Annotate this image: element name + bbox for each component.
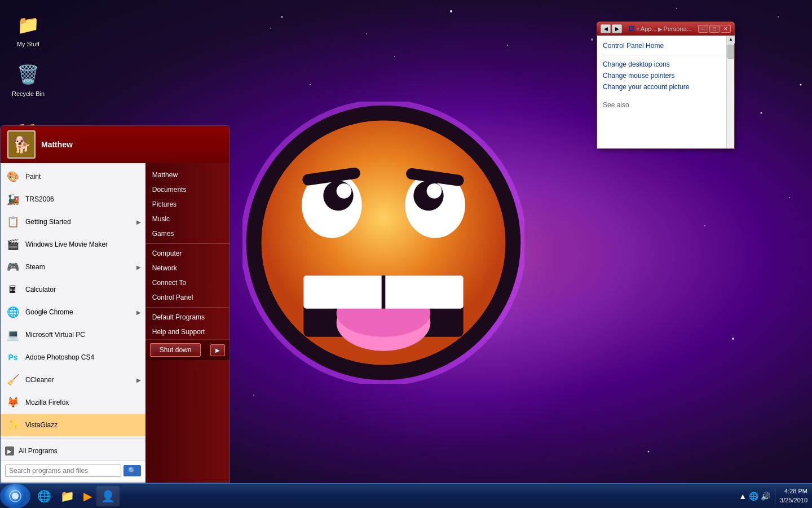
- cp-scrollbar[interactable]: ▲: [726, 36, 734, 148]
- start-menu: 🐕 Matthew 🎨 Paint 🚂 TRS2006 📋: [0, 125, 230, 483]
- cp-maximize-button[interactable]: □: [709, 25, 720, 33]
- calculator-icon: 🖩: [5, 282, 21, 297]
- ccleaner-icon: 🧹: [5, 372, 21, 388]
- scroll-up-button[interactable]: ▲: [727, 36, 735, 43]
- tray-network-icon[interactable]: 🌐: [749, 492, 758, 501]
- right-menu-network[interactable]: Network: [145, 261, 230, 275]
- right-menu-matthew[interactable]: Matthew: [145, 168, 230, 182]
- menu-item-virtual-pc[interactable]: 💻 Microsoft Virtual PC: [1, 323, 145, 346]
- taskbar: 🌐 📁 ▶ 👤 ▲ 🌐 🔊 4:28 PM 3/25/2010: [0, 483, 812, 508]
- svg-point-1: [366, 33, 367, 34]
- menu-item-trs2006[interactable]: 🚂 TRS2006: [1, 188, 145, 211]
- svg-point-9: [591, 38, 593, 41]
- right-menu-default-programs[interactable]: Default Programs: [145, 310, 230, 325]
- desktop-icon-label: My Stuff: [17, 41, 39, 47]
- svg-rect-34: [382, 275, 386, 308]
- start-search-area: 🔍: [1, 461, 145, 480]
- shutdown-arrow-button[interactable]: ▶: [210, 344, 225, 356]
- svg-point-15: [704, 225, 705, 226]
- cp-home-link[interactable]: Control Panel Home: [602, 40, 730, 51]
- right-menu-games[interactable]: Games: [145, 226, 230, 241]
- chrome-icon: 🌐: [5, 304, 21, 320]
- menu-item-photoshop[interactable]: Ps Adobe Photoshop CS4: [1, 346, 145, 369]
- tray-volume-icon[interactable]: 🔊: [761, 492, 770, 501]
- taskbar-ie[interactable]: 🌐: [33, 486, 56, 506]
- right-menu-connect-to[interactable]: Connect To: [145, 275, 230, 290]
- cp-change-mouse-pointers-link[interactable]: Change mouse pointers: [602, 70, 730, 81]
- svg-point-28: [427, 183, 442, 199]
- user-avatar: 🐕: [7, 130, 36, 159]
- vistaglazz-icon: ✨: [5, 417, 21, 433]
- cp-see-also-label: See also: [602, 99, 730, 111]
- taskbar-explorer[interactable]: 📁: [56, 486, 79, 506]
- search-input[interactable]: [5, 465, 121, 477]
- right-menu-divider2: [145, 307, 230, 308]
- start-button[interactable]: [0, 484, 30, 509]
- taskbar-switch-user[interactable]: 👤: [96, 486, 120, 506]
- right-menu-divider: [145, 243, 230, 244]
- right-menu-music[interactable]: Music: [145, 212, 230, 226]
- tray-expand-icon[interactable]: ▲: [739, 492, 747, 501]
- trs2006-icon: 🚂: [5, 191, 21, 207]
- cp-breadcrumb: 🖼 « App... ▶ Persona...: [628, 25, 691, 33]
- taskbar-tray: ▲ 🌐 🔊: [739, 492, 770, 501]
- all-programs-item[interactable]: ▶ All Programs: [1, 444, 145, 458]
- steam-icon: 🎮: [5, 259, 21, 275]
- shutdown-button[interactable]: Shut down: [150, 343, 201, 357]
- svg-point-38: [12, 493, 19, 500]
- svg-point-17: [270, 28, 271, 29]
- right-menu-help-support[interactable]: Help and Support: [145, 325, 230, 339]
- cp-minimize-button[interactable]: ─: [698, 25, 708, 33]
- desktop: 📁 My Stuff 🗑️ Recycle Bin 📂 FlipVideos ◀…: [0, 0, 812, 508]
- cp-back-button[interactable]: ◀: [601, 24, 611, 33]
- cp-change-desktop-icons-link[interactable]: Change desktop icons: [602, 59, 730, 70]
- svg-point-0: [281, 16, 283, 18]
- menu-item-chrome[interactable]: 🌐 Google Chrome ▶: [1, 301, 145, 323]
- cp-nav-buttons: ◀ ▶: [601, 24, 622, 33]
- cp-body: ▲ Control Panel Home Change desktop icon…: [597, 36, 734, 148]
- desktop-icon-label: Recycle Bin: [12, 90, 45, 97]
- scroll-thumb[interactable]: [727, 45, 734, 59]
- menu-item-steam[interactable]: 🎮 Steam ▶: [1, 256, 145, 278]
- search-button[interactable]: 🔍: [123, 465, 141, 476]
- start-menu-right: Matthew Documents Pictures Music Games C…: [145, 163, 230, 483]
- right-menu-documents[interactable]: Documents: [145, 182, 230, 197]
- cp-divider: [602, 55, 730, 55]
- movie-maker-icon: 🎬: [5, 237, 21, 252]
- control-panel-window: ◀ ▶ 🖼 « App... ▶ Persona... ─ □ ✕ ▲: [597, 21, 735, 149]
- desktop-icon-my-stuff[interactable]: 📁 My Stuff: [6, 11, 51, 47]
- svg-point-11: [761, 112, 762, 114]
- menu-item-firefox[interactable]: 🦊 Mozilla Firefox: [1, 391, 145, 414]
- svg-point-5: [676, 8, 677, 9]
- start-orb: [5, 485, 26, 507]
- all-programs-icon: ▶: [5, 446, 14, 456]
- menu-item-getting-started[interactable]: 📋 Getting Started ▶: [1, 211, 145, 233]
- all-programs-area: ▶ All Programs: [1, 441, 145, 461]
- right-menu-pictures[interactable]: Pictures: [145, 197, 230, 212]
- menu-item-movie-maker[interactable]: 🎬 Windows Live Movie Maker: [1, 233, 145, 256]
- right-menu-computer[interactable]: Computer: [145, 246, 230, 261]
- desktop-icon-recycle-bin[interactable]: 🗑️ Recycle Bin: [6, 61, 51, 97]
- cp-forward-button[interactable]: ▶: [612, 24, 622, 33]
- cp-change-account-picture-link[interactable]: Change your account picture: [602, 81, 730, 93]
- menu-item-calculator[interactable]: 🖩 Calculator: [1, 278, 145, 301]
- taskbar-clock[interactable]: 4:28 PM 3/25/2010: [780, 487, 807, 505]
- menu-item-vistaglazz[interactable]: ✨ VistaGlazz: [1, 414, 145, 436]
- cp-window-controls: ─ □ ✕: [698, 25, 731, 33]
- start-shutdown-area: Shut down ▶: [145, 339, 230, 360]
- svg-point-12: [789, 197, 790, 198]
- getting-started-icon: 📋: [5, 214, 21, 230]
- svg-point-2: [450, 10, 452, 12]
- cp-close-button[interactable]: ✕: [721, 25, 731, 33]
- start-menu-pinned: 🎨 Paint 🚂 TRS2006 📋 Getting Started ▶ 🎬: [1, 165, 145, 439]
- paint-icon: 🎨: [5, 169, 21, 185]
- svg-point-25: [337, 183, 352, 199]
- right-menu-control-panel[interactable]: Control Panel: [145, 290, 230, 305]
- menu-item-paint[interactable]: 🎨 Paint: [1, 165, 145, 188]
- svg-point-18: [648, 451, 650, 453]
- cp-titlebar: ◀ ▶ 🖼 « App... ▶ Persona... ─ □ ✕: [597, 22, 734, 36]
- taskbar-media[interactable]: ▶: [79, 486, 96, 506]
- svg-point-7: [778, 16, 779, 17]
- menu-item-ccleaner[interactable]: 🧹 CCleaner ▶: [1, 369, 145, 391]
- user-name: Matthew: [41, 140, 73, 149]
